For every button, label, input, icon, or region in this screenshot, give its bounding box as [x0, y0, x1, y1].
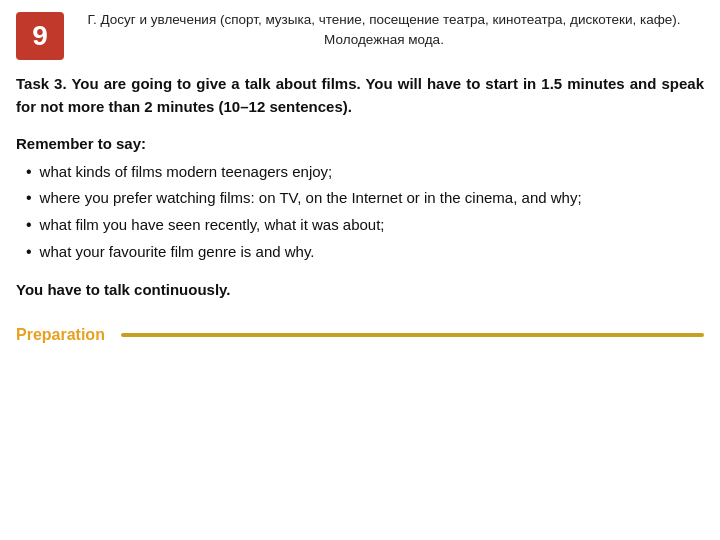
list-item: what kinds of films modern teenagers enj… — [26, 160, 704, 185]
main-content: Task 3. You are going to give a talk abo… — [0, 66, 720, 326]
list-item: what film you have seen recently, what i… — [26, 213, 704, 238]
preparation-row: Preparation — [0, 326, 720, 344]
list-item: where you prefer watching films: on TV, … — [26, 186, 704, 211]
page: 9 Г. Досуг и увлечения (спорт, музыка, ч… — [0, 0, 720, 540]
header: 9 Г. Досуг и увлечения (спорт, музыка, ч… — [0, 0, 720, 66]
list-item-text: what kinds of films modern teenagers enj… — [40, 160, 333, 183]
preparation-label: Preparation — [16, 326, 105, 344]
list-item-text: where you prefer watching films: on TV, … — [40, 186, 582, 209]
list-item-text: what your favourite film genre is and wh… — [40, 240, 315, 263]
number-badge: 9 — [16, 12, 64, 60]
task-description: Task 3. You are going to give a talk abo… — [16, 72, 704, 119]
remember-label: Remember to say: — [16, 135, 704, 152]
list-item: what your favourite film genre is and wh… — [26, 240, 704, 265]
list-item-text: what film you have seen recently, what i… — [40, 213, 385, 236]
bullet-list: what kinds of films modern teenagers enj… — [16, 160, 704, 265]
header-subject: Г. Досуг и увлечения (спорт, музыка, чте… — [64, 10, 704, 51]
closing-text: You have to talk continuously. — [16, 281, 704, 298]
preparation-line — [121, 333, 704, 337]
